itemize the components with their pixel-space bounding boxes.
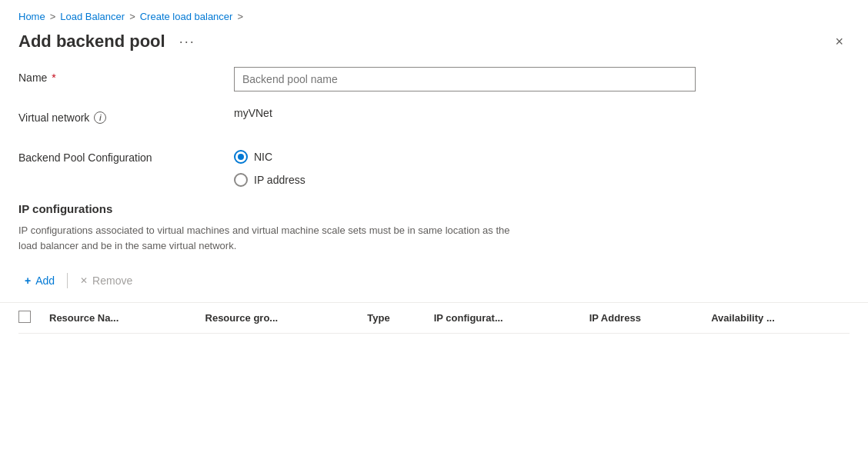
vnet-label: Virtual network i <box>18 107 234 124</box>
breadcrumb: Home > Load Balancer > Create load balan… <box>0 0 868 28</box>
backend-pool-label: Backend Pool Configuration <box>18 147 234 164</box>
radio-option-ip[interactable]: IP address <box>234 173 850 187</box>
remove-button[interactable]: ✕ Remove <box>74 271 139 290</box>
add-button[interactable]: + Add <box>18 271 61 290</box>
vnet-row: Virtual network i myVNet <box>18 107 850 131</box>
radio-ip-label: IP address <box>254 174 305 186</box>
col-ip-address: IP Address <box>583 303 705 334</box>
col-type: Type <box>361 303 427 334</box>
form-container: Name * Virtual network i myVNet Backend … <box>0 67 868 187</box>
toolbar-divider <box>67 273 68 288</box>
name-input[interactable] <box>234 67 696 91</box>
required-indicator: * <box>52 72 55 84</box>
remove-label: Remove <box>92 274 132 287</box>
ip-config-title: IP configurations <box>0 202 868 215</box>
name-field-wrapper <box>234 67 850 91</box>
radio-option-nic[interactable]: NIC <box>234 150 850 164</box>
breadcrumb-home[interactable]: Home <box>18 11 45 22</box>
breadcrumb-create[interactable]: Create load balancer <box>140 11 233 22</box>
radio-ip[interactable] <box>234 173 248 187</box>
col-resource-name: Resource Na... <box>43 303 199 334</box>
col-ip-config: IP configurat... <box>428 303 583 334</box>
table-header-row: Resource Na... Resource gro... Type IP c… <box>18 303 850 334</box>
name-label: Name * <box>18 67 234 84</box>
col-availability: Availability ... <box>705 303 850 334</box>
vnet-info-icon[interactable]: i <box>94 111 106 124</box>
radio-nic[interactable] <box>234 150 248 164</box>
close-button[interactable]: × <box>829 32 850 52</box>
data-table: Resource Na... Resource gro... Type IP c… <box>18 303 850 334</box>
radio-group-config: NIC IP address <box>234 147 850 187</box>
name-row: Name * <box>18 67 850 91</box>
col-resource-group: Resource gro... <box>199 303 362 334</box>
backend-pool-options: NIC IP address <box>234 147 850 187</box>
panel-title: Add backend pool <box>18 32 165 52</box>
table-container: Resource Na... Resource gro... Type IP c… <box>0 302 868 334</box>
toolbar: + Add ✕ Remove <box>0 265 868 296</box>
breadcrumb-load-balancer[interactable]: Load Balancer <box>60 11 125 22</box>
breadcrumb-sep-3: > <box>237 11 243 22</box>
ellipsis-button[interactable]: ··· <box>175 32 200 52</box>
col-checkbox <box>18 303 43 334</box>
panel-header: Add backend pool ··· × <box>0 28 868 67</box>
breadcrumb-sep-2: > <box>129 11 135 22</box>
x-icon: ✕ <box>80 275 88 286</box>
plus-icon: + <box>25 274 31 287</box>
table-header: Resource Na... Resource gro... Type IP c… <box>18 303 850 334</box>
select-all-checkbox[interactable] <box>18 311 31 323</box>
backend-pool-config-row: Backend Pool Configuration NIC IP addres… <box>18 147 850 187</box>
ip-config-description: IP configurations associated to virtual … <box>0 223 539 253</box>
add-label: Add <box>35 274 55 287</box>
vnet-value-wrapper: myVNet <box>234 107 850 119</box>
vnet-value: myVNet <box>234 102 272 119</box>
radio-nic-label: NIC <box>254 151 272 163</box>
breadcrumb-sep-1: > <box>50 11 56 22</box>
